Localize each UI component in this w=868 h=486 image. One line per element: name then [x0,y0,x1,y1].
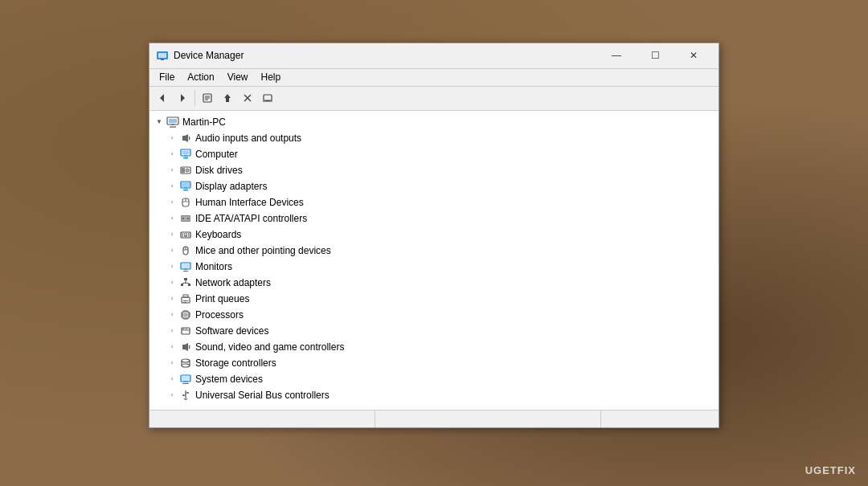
svg-point-82 [186,328,187,329]
content-area: ▼ Martin-PC › [149,111,719,410]
tree-item-network[interactable]: › Network adapters [149,275,719,291]
svg-rect-62 [183,300,188,301]
tree-item-monitors[interactable]: › Monitors [149,259,719,275]
pc-icon [166,116,180,129]
tree-item-storage[interactable]: › Storage controllers [149,355,719,371]
forward-button[interactable] [173,88,192,108]
update-driver-button[interactable] [218,88,237,108]
system-chevron: › [166,373,178,386]
svg-point-94 [187,392,189,394]
window-title: Device Manager [174,50,598,61]
svg-rect-55 [181,284,183,286]
svg-rect-44 [182,235,184,237]
tree-item-print[interactable]: › Print queues [149,291,719,307]
menu-bar: File Action View Help [149,69,719,87]
menu-view[interactable]: View [221,70,255,84]
tree-item-sound[interactable]: › Sound, video and game controllers [149,339,719,355]
tree-item-keyboards[interactable]: › Keyboards [149,227,719,243]
svg-rect-21 [182,150,190,154]
svg-point-37 [182,218,184,219]
monitors-label: Monitors [195,261,232,272]
svg-point-27 [186,169,188,171]
svg-rect-39 [181,232,190,238]
computer-icon [178,148,193,161]
tree-item-display[interactable]: › Display adapters [149,178,719,194]
svg-line-58 [182,283,186,284]
storage-chevron: › [166,357,178,370]
root-label: Martin-PC [182,116,226,128]
tree-item-system[interactable]: › System devices [149,371,719,387]
properties-button[interactable] [198,88,217,108]
keyboards-chevron: › [166,228,178,241]
svg-rect-23 [183,157,188,158]
tree-root[interactable]: ▼ Martin-PC [149,114,719,130]
tree-item-processors[interactable]: › [149,307,719,323]
disk-label: Disk drives [195,165,243,176]
network-icon [178,276,193,289]
svg-marker-19 [182,134,188,142]
svg-point-87 [182,364,190,367]
tree-item-mice[interactable]: › Mice and other pointing devices [149,243,719,259]
status-middle [375,410,601,427]
menu-action[interactable]: Action [181,70,220,84]
maximize-button[interactable]: ☐ [637,43,674,68]
disk-chevron: › [166,164,178,177]
monitor-icon [178,260,193,273]
close-button[interactable]: ✕ [675,43,712,68]
storage-icon [178,357,193,370]
keyboards-label: Keyboards [195,229,241,240]
tree-item-disk[interactable]: › Disk drives [149,162,719,178]
watermark: UGETFIX [805,464,856,476]
sound-icon [178,341,193,353]
tree-item-computer[interactable]: › Computer [149,146,719,162]
proc-icon [178,308,193,321]
sound-chevron: › [166,341,178,353]
print-label: Print queues [195,293,249,304]
usb-icon [178,389,193,402]
tree-item-software[interactable]: › Software devices [149,323,719,339]
svg-marker-4 [181,94,185,102]
keyboard-icon [178,228,193,241]
tree-item-usb[interactable]: › Universal Serial Bus controllers [149,387,719,403]
sound-label: Sound, video and game controllers [195,341,344,353]
svg-rect-31 [183,190,188,190]
mice-label: Mice and other pointing devices [195,245,331,256]
svg-rect-42 [186,233,188,235]
software-chevron: › [166,325,178,337]
print-chevron: › [166,292,178,305]
menu-help[interactable]: Help [255,70,288,84]
ide-chevron: › [166,212,178,225]
display-chevron: › [166,180,178,193]
system-icon [178,373,193,386]
ide-label: IDE ATA/ATAPI controllers [195,213,307,224]
audio-label: Audio inputs and outputs [195,133,301,144]
svg-point-81 [184,328,186,329]
menu-file[interactable]: File [153,70,181,84]
usb-chevron: › [166,389,178,402]
scan-button[interactable] [258,88,277,108]
svg-rect-46 [188,235,190,237]
svg-rect-16 [169,119,177,123]
svg-rect-60 [182,297,190,303]
device-tree[interactable]: ▼ Martin-PC › [149,111,719,410]
svg-rect-91 [182,383,189,384]
uninstall-button[interactable] [238,88,257,108]
svg-marker-9 [224,94,231,102]
back-button[interactable] [153,88,172,108]
tree-item-audio[interactable]: › Audio inputs and outputs [149,130,719,146]
svg-point-38 [187,218,189,219]
mice-icon [178,244,193,257]
processors-chevron: › [166,308,178,321]
tree-item-ide[interactable]: › IDE ATA/ATAPI controllers [149,210,719,227]
svg-rect-41 [184,233,186,235]
minimize-button[interactable]: — [598,43,635,68]
tree-item-hid[interactable]: › Human Interface Devices [149,194,719,210]
computer-label: Computer [195,149,238,160]
svg-rect-45 [184,235,187,237]
svg-line-59 [186,283,190,284]
status-right [601,410,719,427]
svg-rect-56 [188,284,190,286]
app-icon [156,49,169,62]
svg-rect-29 [182,182,190,187]
print-icon [178,292,193,305]
